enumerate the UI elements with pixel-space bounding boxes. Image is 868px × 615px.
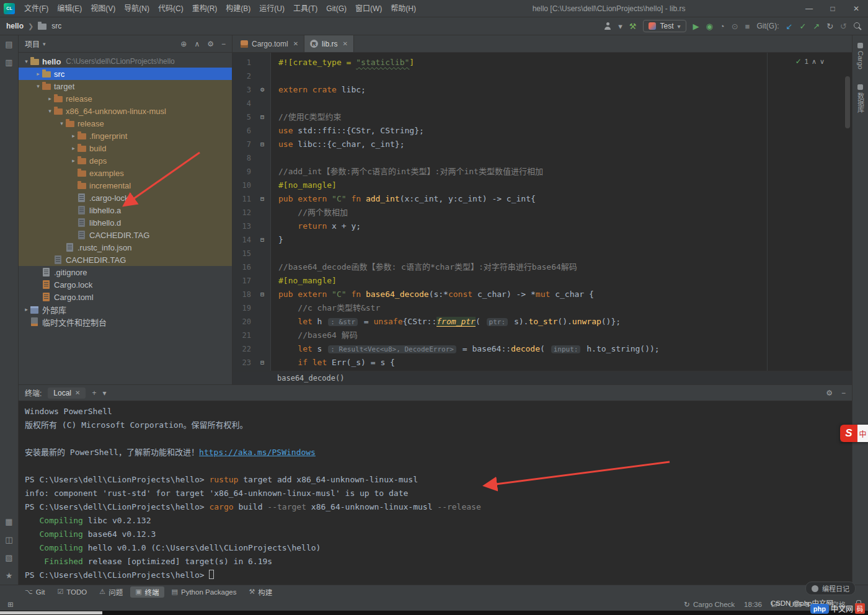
code-line[interactable]: 2: [232, 69, 852, 83]
git-commit-icon[interactable]: ✓: [799, 22, 806, 30]
tree-item-libhello-d[interactable]: libhello.d: [19, 216, 232, 229]
tree-item-临时文件和控制台[interactable]: 临时文件和控制台: [19, 316, 232, 328]
tab-cargo-toml[interactable]: Cargo.toml✕: [235, 35, 304, 52]
chevron-icon[interactable]: ▾: [22, 58, 30, 64]
avatar-icon[interactable]: [604, 22, 611, 30]
code-line[interactable]: 6use std::ffi::{CStr, CString};: [232, 124, 852, 138]
tree-item-cargo-lock[interactable]: Cargo.lock: [19, 278, 232, 291]
chevron-icon[interactable]: ▸: [34, 71, 42, 77]
services-stripe-icon[interactable]: ▧: [5, 553, 12, 562]
code-line[interactable]: 7⊟use libc::{c_char, c_int};: [232, 138, 852, 151]
chevron-icon[interactable]: ▸: [22, 306, 30, 312]
attach-icon[interactable]: ⊙: [732, 22, 738, 30]
tab-lib-rs[interactable]: Rlib.rs✕: [304, 35, 354, 52]
tree-item-cargo-toml[interactable]: Cargo.toml: [19, 291, 232, 303]
tree-item-build[interactable]: ▸build: [19, 142, 232, 154]
collapse-all-icon[interactable]: ∧: [194, 40, 200, 48]
chevron-icon[interactable]: ▸: [69, 133, 78, 139]
menu-导航-n[interactable]: 导航(N): [120, 0, 154, 17]
coverage-icon[interactable]: ◉: [706, 22, 713, 30]
menu-代码-c[interactable]: 代码(C): [154, 0, 188, 17]
inspection-widget[interactable]: ✓ 1 ∧ ∨: [795, 57, 825, 66]
tree-item-release[interactable]: ▾release: [19, 117, 232, 130]
chevron-down-icon[interactable]: ▾: [102, 389, 106, 397]
fold-icon[interactable]: ⊟: [254, 110, 271, 124]
menu-编辑-e[interactable]: 编辑(E): [53, 0, 86, 17]
history-icon[interactable]: ↻: [826, 22, 833, 30]
toolbutton-build[interactable]: ⚒构建: [244, 586, 277, 598]
code-line[interactable]: 3⚙extern crate libc;: [232, 83, 852, 97]
profiler-icon[interactable]: ◔: [720, 22, 725, 30]
git-update-icon[interactable]: ↙: [786, 22, 792, 30]
editor-breadcrumb[interactable]: base64_decode(): [232, 371, 852, 384]
locate-icon[interactable]: ⊕: [180, 40, 187, 48]
tree-item-fingerprint[interactable]: ▸.fingerprint: [19, 130, 232, 142]
code-line[interactable]: 12 //两个数相加: [232, 206, 852, 219]
maximize-button[interactable]: □: [821, 0, 844, 17]
menu-运行-u[interactable]: 运行(U): [255, 0, 289, 17]
code-line[interactable]: 5⊟//使用C类型约束: [232, 110, 852, 124]
fold-icon[interactable]: ⊟: [254, 233, 271, 247]
menu-重构-r[interactable]: 重构(R): [188, 0, 222, 17]
code-line[interactable]: 23⊟ if let Err(_s) = s {: [232, 356, 852, 369]
code-line[interactable]: 1#![crate_type = "staticlib"]: [232, 56, 852, 69]
run-button[interactable]: ▶: [693, 22, 699, 30]
favorites-stripe-icon[interactable]: ★: [6, 571, 13, 580]
tree-item-target[interactable]: ▾target: [19, 80, 232, 92]
run-config-select[interactable]: Test▾: [643, 20, 686, 32]
chevron-icon[interactable]: ▾: [34, 83, 42, 89]
code-line[interactable]: 8: [232, 151, 852, 165]
editor-scrollbar[interactable]: [845, 76, 850, 128]
code-line[interactable]: 19 //c char类型转&str: [232, 301, 852, 315]
code-line[interactable]: 17#[no_mangle]: [232, 274, 852, 288]
breadcrumb-src[interactable]: src: [51, 22, 61, 30]
code-line[interactable]: 22 let s : Result<Vec<u8>, DecodeError> …: [232, 342, 852, 356]
status-cargo-check[interactable]: ↻Cargo Check: [684, 600, 735, 609]
code-line[interactable]: 11⊟pub extern "C" fn add_int(x:c_int, y:…: [232, 192, 852, 206]
close-icon[interactable]: ✕: [293, 40, 298, 47]
close-icon[interactable]: ✕: [75, 389, 80, 396]
chevron-icon[interactable]: ▸: [69, 157, 78, 164]
git-tool-stripe-icon[interactable]: ▦: [5, 517, 12, 526]
terminal-link[interactable]: https://aka.ms/PSWindows: [199, 448, 316, 457]
git-push-icon[interactable]: ↗: [813, 22, 820, 30]
code-line[interactable]: 9//add_int【参数:两个c语言的int类型】:对两个int类型数值进行相…: [232, 165, 852, 179]
code-line[interactable]: 16//base64_decode函数【参数: c语言的*char类型】:对字符…: [232, 260, 852, 274]
toolbutton-problems[interactable]: ⚠问题: [94, 586, 128, 598]
tree-item-外部库[interactable]: ▸外部库: [19, 303, 232, 316]
tree-item-incremental[interactable]: incremental: [19, 179, 232, 192]
tree-item-examples[interactable]: examples: [19, 167, 232, 179]
toolwindow-toggle-icon[interactable]: ⊞: [7, 600, 14, 609]
toolbutton-todo[interactable]: ☑TODO: [52, 587, 92, 596]
menu-文件-f[interactable]: 文件(F): [20, 0, 53, 17]
prev-problem-icon[interactable]: ∧: [812, 58, 817, 66]
menu-窗口-w[interactable]: 窗口(W): [351, 0, 386, 17]
tree-item-libhello-a[interactable]: libhello.a: [19, 204, 232, 216]
chevron-down-icon[interactable]: ▾: [618, 22, 622, 30]
tree-item-src[interactable]: ▸src: [19, 68, 232, 80]
tree-item-release[interactable]: ▸release: [19, 92, 232, 105]
tree-item-gitignore[interactable]: .gitignore: [19, 266, 232, 278]
fold-icon[interactable]: ⊟: [254, 356, 271, 369]
code-line[interactable]: 21 //base64 解码: [232, 329, 852, 342]
stop-icon[interactable]: ■: [745, 22, 750, 30]
code-line[interactable]: 4: [232, 97, 852, 110]
code-line[interactable]: 15: [232, 247, 852, 260]
code-line[interactable]: 20 let h : &str = unsafe{CStr::from_ptr(…: [232, 315, 852, 329]
minimize-button[interactable]: —: [797, 0, 821, 17]
menu-帮助-h[interactable]: 帮助(H): [386, 0, 420, 17]
undo-icon[interactable]: ↺: [840, 22, 847, 30]
tree-item-cachedir-tag[interactable]: CACHEDIR.TAG: [19, 229, 232, 241]
chevron-icon[interactable]: ▾: [58, 120, 66, 126]
status-cursor-position[interactable]: 18:36: [744, 601, 762, 608]
hide-panel-icon[interactable]: −: [841, 389, 846, 397]
code-line[interactable]: 10#[no_mangle]: [232, 179, 852, 192]
new-session-icon[interactable]: +: [92, 389, 96, 397]
code-editor[interactable]: 1#![crate_type = "staticlib"]23⚙extern c…: [232, 53, 852, 371]
fold-icon[interactable]: ⊟: [254, 192, 271, 206]
tree-item-hello[interactable]: ▾helloC:\Users\dell\CLionProjects\hello: [19, 55, 232, 68]
crate-gutter-icon[interactable]: ⚙: [254, 83, 271, 97]
search-icon[interactable]: [854, 22, 862, 30]
toolbutton-git[interactable]: ⌥Git: [20, 587, 50, 596]
menu-工具-t[interactable]: 工具(T): [289, 0, 322, 17]
